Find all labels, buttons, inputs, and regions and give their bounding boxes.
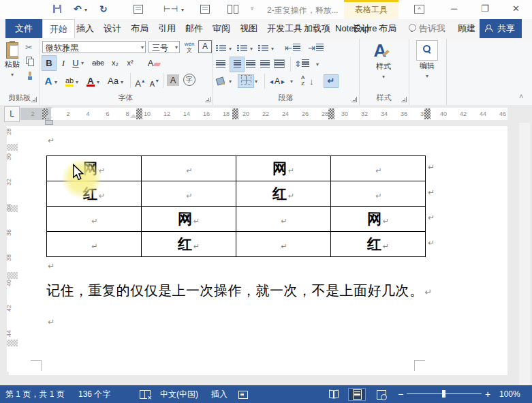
web-layout-icon[interactable]: [373, 389, 390, 400]
bullets-icon[interactable]: [216, 42, 227, 56]
table-cell[interactable]: 红↵: [142, 232, 236, 257]
italic-button[interactable]: I: [58, 56, 69, 70]
tab-stop-selector[interactable]: L: [4, 106, 20, 122]
macro-record-icon[interactable]: [238, 391, 248, 399]
character-border-icon[interactable]: A: [198, 40, 212, 53]
character-scaling-dropdown-icon[interactable]: ▾: [290, 74, 293, 89]
clear-formatting-icon[interactable]: A: [146, 56, 161, 70]
undo-dropdown-icon[interactable]: ▾: [84, 7, 87, 13]
styles-button[interactable]: A 样式▾: [364, 40, 403, 80]
phonetic-guide-icon[interactable]: wén文: [183, 40, 196, 55]
table-column-marker[interactable]: [232, 108, 238, 119]
decrease-indent-icon[interactable]: ⇤: [285, 41, 300, 55]
line-spacing-dropdown-icon[interactable]: ▾: [316, 57, 319, 72]
left-indent-marker[interactable]: [45, 120, 53, 125]
change-case-dropdown-icon[interactable]: ▾: [121, 75, 123, 89]
language-indicator[interactable]: 中文(中国): [160, 385, 198, 403]
strikethrough-button[interactable]: abc: [89, 56, 107, 70]
zoom-level[interactable]: 100%: [499, 385, 520, 403]
multilevel-list-icon[interactable]: [258, 42, 269, 56]
tab-file[interactable]: 文件: [5, 19, 42, 38]
table-row-marker[interactable]: [7, 205, 18, 212]
table-cell[interactable]: ↵: [142, 156, 236, 181]
editing-button[interactable]: 编辑▾: [415, 40, 439, 79]
multilevel-dropdown-icon[interactable]: ▾: [271, 42, 274, 56]
highlight-dropdown-icon[interactable]: ▾: [76, 75, 78, 89]
numbering-dropdown-icon[interactable]: ▾: [250, 42, 253, 56]
zoom-out-button[interactable]: −: [398, 385, 403, 403]
align-left-icon[interactable]: [216, 57, 225, 72]
line-spacing-icon[interactable]: ⇕: [294, 57, 309, 72]
bullets-dropdown-icon[interactable]: ▾: [229, 42, 232, 56]
text-effects-icon[interactable]: A: [42, 74, 54, 88]
table-column-marker[interactable]: [328, 108, 334, 119]
table-row-marker[interactable]: [7, 340, 18, 346]
table-cell[interactable]: ↵: [47, 232, 142, 257]
doc-table[interactable]: 网↵↵网↵↵红↵↵红↵↵↵网↵↵网↵↵红↵↵红↵: [46, 155, 426, 257]
table-column-marker[interactable]: [136, 108, 142, 119]
clipboard-dialog-launcher-icon[interactable]: [31, 97, 37, 102]
undo-icon[interactable]: ↶: [74, 3, 82, 14]
show-hide-marks-icon[interactable]: ↵: [324, 75, 338, 87]
cut-icon[interactable]: ✂: [25, 40, 33, 55]
table-row-marker[interactable]: [7, 144, 18, 151]
font-color-dropdown-icon[interactable]: ▾: [97, 75, 99, 89]
share-button[interactable]: 共享: [480, 19, 522, 38]
table-cell[interactable]: 红↵: [331, 232, 426, 257]
document-canvas[interactable]: ↵ 网↵↵网↵↵红↵↵红↵↵↵网↵↵网↵↵红↵↵红↵ ↵↵↵↵ ↵ 记住，重复的…: [0, 123, 532, 385]
hanging-indent-marker[interactable]: [46, 114, 52, 118]
underline-button[interactable]: U: [70, 56, 81, 70]
table-cell[interactable]: ↵: [331, 156, 426, 181]
vertical-ruler[interactable]: 283032343638404244: [7, 126, 18, 372]
repeat-icon[interactable]: ↻: [99, 3, 108, 14]
two-pages-icon[interactable]: [228, 5, 238, 13]
format-painter-icon[interactable]: [26, 72, 34, 80]
word-count[interactable]: 136 个字: [78, 385, 110, 403]
borders-dropdown-icon[interactable]: ▾: [255, 74, 257, 89]
minimize-icon[interactable]: ─: [451, 3, 457, 14]
distribute-icon[interactable]: [275, 57, 284, 72]
grow-font-button[interactable]: A▲: [134, 74, 146, 88]
vertical-scrollbar[interactable]: [519, 123, 530, 385]
collapse-ribbon-icon[interactable]: ˄: [519, 92, 523, 100]
close-icon[interactable]: ✕: [512, 3, 520, 14]
table-column-marker[interactable]: [424, 108, 431, 119]
align-center-icon[interactable]: [230, 57, 244, 72]
zoom-slider[interactable]: [407, 393, 482, 394]
superscript-button[interactable]: x²: [123, 56, 137, 70]
change-case-button[interactable]: Aa: [106, 74, 121, 88]
sort-icon[interactable]: AZ: [301, 73, 304, 89]
split-table-dropdown-icon[interactable]: ▾: [181, 7, 184, 13]
shading-icon[interactable]: [216, 74, 225, 89]
bold-button[interactable]: B: [42, 56, 56, 70]
character-scaling-icon[interactable]: ◄A►: [268, 74, 286, 89]
body-text[interactable]: 记住，重复的仅仅是上一次操作，就一次，不是上面好几次。↵: [46, 282, 433, 300]
increase-indent-icon[interactable]: ⇥: [308, 41, 324, 55]
text-effects-dropdown-icon[interactable]: ▾: [54, 75, 57, 89]
borders-icon[interactable]: [238, 75, 253, 87]
numbering-icon[interactable]: [237, 42, 248, 56]
table-cell[interactable]: 网↵: [236, 156, 331, 181]
table-row-marker[interactable]: [7, 272, 18, 279]
table-cell[interactable]: ↵: [236, 207, 331, 232]
proofing-icon[interactable]: [140, 390, 151, 399]
first-line-indent-marker[interactable]: [46, 107, 52, 111]
horizontal-ruler[interactable]: 2468101214161820222426283032343638404244…: [0, 105, 532, 123]
page-indicator[interactable]: 第 1 页，共 1 页: [5, 385, 65, 403]
shading-dropdown-icon[interactable]: ▾: [229, 74, 232, 89]
paste-button[interactable]: 粘贴▾: [1, 42, 23, 78]
copy-icon[interactable]: [26, 57, 34, 65]
tell-me-box[interactable]: 告诉我: [402, 19, 452, 38]
paragraph-dialog-launcher-icon[interactable]: [351, 97, 357, 102]
styles-dialog-launcher-icon[interactable]: [401, 97, 407, 102]
print-layout-icon[interactable]: [349, 389, 365, 400]
table-cell[interactable]: 网↵: [142, 207, 236, 232]
highlight-color-icon[interactable]: ab: [63, 74, 76, 88]
text-box-icon[interactable]: [134, 5, 143, 14]
shrink-font-button[interactable]: A▼: [148, 74, 161, 88]
user-name[interactable]: 顾建: [451, 19, 482, 38]
save-icon[interactable]: [53, 5, 61, 13]
font-dialog-launcher-icon[interactable]: [205, 97, 210, 102]
insert-mode-indicator[interactable]: 插入: [211, 385, 228, 403]
tab-table-layout[interactable]: 布局: [372, 19, 403, 38]
